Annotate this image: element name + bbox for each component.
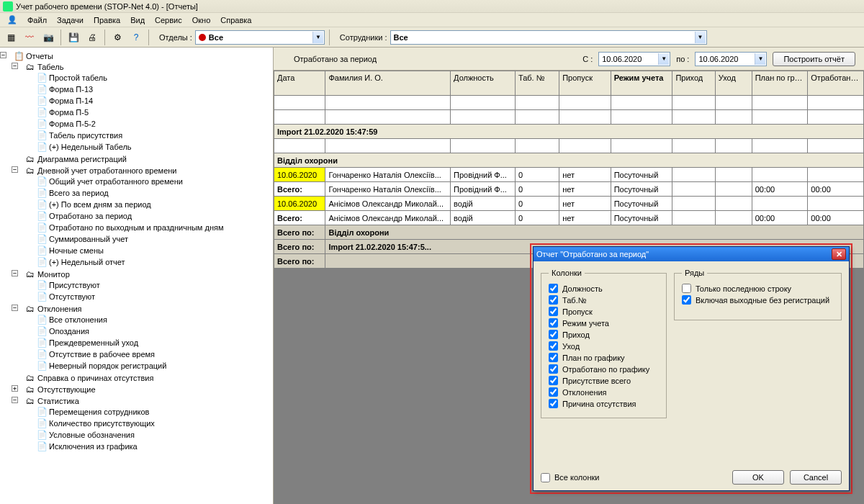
column-header[interactable]: Приход [672,71,715,96]
tree-absence-cert[interactable]: Справка о причинах отсутствия [37,374,153,382]
tree-item[interactable]: (+) Недельный отчет [49,258,125,266]
tree-item[interactable]: Ночные смены [49,246,104,255]
column-checkbox[interactable]: Отработано по графику [549,364,659,374]
tree-item[interactable]: Табель присутствия [49,131,122,140]
ok-button[interactable]: OK [732,470,784,485]
tree-toggle[interactable]: − [12,305,18,311]
tree-item[interactable]: Отсутствуют [49,292,95,301]
tree-item[interactable]: Отработано за период [49,212,132,220]
tree-item[interactable]: Отработано по выходным и праздничным дня… [49,223,224,232]
table-row[interactable]: Всего:Анісімов Олександр Миколай...водій… [274,211,864,225]
tree-item[interactable]: Общий учет отработанного времени [49,177,183,186]
chevron-down-icon[interactable]: ▼ [312,32,323,43]
tree-daily[interactable]: Дневной учет отработанного времени [37,166,177,175]
menu-edit[interactable]: Правка [89,14,125,26]
tree-tabel[interactable]: Табель [37,63,63,71]
column-header[interactable]: Должность [451,71,516,96]
chevron-down-icon[interactable]: ▼ [658,53,669,65]
toolbar-btn-4[interactable]: 💾 [66,30,81,45]
from-date-field[interactable]: 10.06.2020▼ [598,52,670,66]
column-header[interactable]: Таб. № [515,71,559,96]
tree-toggle[interactable]: − [0,52,6,58]
departments-combo[interactable]: Все ▼ [195,30,325,45]
tree-item[interactable]: Неверный порядок регистраций [49,361,166,370]
table-row[interactable]: 10.06.2020Гончаренко Наталія Олексіїв...… [274,168,864,182]
row-checkbox[interactable]: Включая выходные без регистраций [682,295,834,305]
column-header[interactable]: Фамилия И. О. [325,71,451,96]
column-header[interactable]: Режим учета [611,71,672,96]
tree-item[interactable]: (+) По всем дням за период [49,200,151,209]
toolbar-btn-2[interactable]: 〰 [22,30,37,45]
tree-item[interactable]: Перемещения сотрудников [49,408,149,416]
menu-help[interactable]: Справка [216,14,256,26]
column-checkbox[interactable]: Приход [549,330,659,339]
table-row[interactable]: 10.06.2020Анісімов Олександр Миколай...в… [274,197,864,211]
tree-item[interactable]: Форма П-5-2 [49,120,96,128]
app-icon [3,1,13,12]
window-title: Учет рабочего времени (STOP-Net 4.0) - [… [16,2,198,11]
column-header[interactable]: Уход [715,71,752,96]
tree-toggle[interactable]: − [12,270,18,276]
tree-item[interactable]: Форма П-14 [49,96,93,105]
dialog-titlebar[interactable]: Отчет "Отработано за период" ✕ [534,247,849,261]
chevron-down-icon[interactable]: ▼ [695,32,706,43]
tree-absent[interactable]: Отсутствующие [37,385,96,394]
chevron-down-icon[interactable]: ▼ [755,53,765,65]
tree-monitor[interactable]: Монитор [37,270,70,279]
tree-dev[interactable]: Отклонения [37,305,82,313]
toolbar-btn-3[interactable]: 📷 [40,30,56,45]
build-report-button[interactable]: Построить отчёт [773,52,855,66]
column-checkbox[interactable]: Должность [549,284,659,293]
column-checkbox[interactable]: План по графику [549,353,659,362]
tree-item[interactable]: Форма П-13 [49,85,93,94]
tree-item[interactable]: Все отклонения [49,315,107,324]
tree-item[interactable]: Форма П-5 [49,108,89,117]
column-checkbox[interactable]: Пропуск [549,307,659,316]
row-checkbox[interactable]: Только последнюю строку [682,284,834,293]
tree-toggle[interactable]: − [12,397,18,403]
menu-service[interactable]: Сервис [150,14,186,26]
tree-item[interactable]: Преждевременный уход [49,338,138,347]
column-checkbox[interactable]: Причина отсутствия [549,399,659,408]
menu-view[interactable]: Вид [126,14,149,26]
tree-item[interactable]: (+) Недельный Табель [49,143,132,151]
table-row[interactable]: Всего:Гончаренко Наталія Олексіїв...Пров… [274,182,864,197]
tree-item[interactable]: Количество присутствующих [49,419,155,428]
column-header[interactable]: Отработано по графику [808,71,864,96]
tree-toggle[interactable]: − [12,166,18,173]
employees-combo[interactable]: Все ▼ [390,30,707,45]
column-checkbox[interactable]: Уход [549,341,659,351]
report-grid[interactable]: ДатаФамилия И. О.ДолжностьТаб. №ПропускР… [274,71,864,269]
all-columns-checkbox[interactable]: Все колонки [541,473,600,482]
column-header[interactable]: Пропуск [559,71,611,96]
tree-item[interactable]: Условные обозначения [49,431,135,439]
column-header[interactable]: Дата [274,71,325,96]
column-checkbox[interactable]: Присутствие всего [549,376,659,385]
column-checkbox[interactable]: Таб.№ [549,295,659,305]
toolbar-help-icon[interactable]: ? [128,30,144,45]
tree-stats[interactable]: Статистика [37,397,79,405]
tree-item[interactable]: Опоздания [49,327,89,336]
toolbar-print-icon[interactable]: 🖨 [84,30,100,45]
menu-file[interactable]: Файл [23,14,51,26]
tree-item[interactable]: Присутствуют [49,281,100,289]
column-header[interactable]: План по графику [752,71,808,96]
column-checkbox[interactable]: Режим учета [549,318,659,328]
tree-item[interactable]: Простой табель [49,73,107,82]
tree-item[interactable]: Исключения из графика [49,442,138,451]
tree-toggle[interactable]: − [12,63,18,69]
to-date-field[interactable]: 10.06.2020▼ [695,52,767,66]
menu-tasks[interactable]: Задачи [53,14,88,26]
tree-toggle[interactable]: + [12,385,18,392]
tree-item[interactable]: Всего за период [49,189,109,197]
tree-root[interactable]: Отчеты [26,52,53,60]
column-checkbox[interactable]: Отклонения [549,387,659,397]
cancel-button[interactable]: Cancel [790,470,842,485]
tree-diag[interactable]: Диаграмма регистраций [37,155,127,163]
toolbar-btn-1[interactable]: ▦ [3,30,19,45]
tree-item[interactable]: Отсутствие в рабочее время [49,350,155,359]
tree-item[interactable]: Суммированный учет [49,235,128,243]
toolbar-settings-icon[interactable]: ⚙ [109,30,125,45]
menu-window[interactable]: Окно [188,14,215,26]
close-icon[interactable]: ✕ [832,248,846,260]
